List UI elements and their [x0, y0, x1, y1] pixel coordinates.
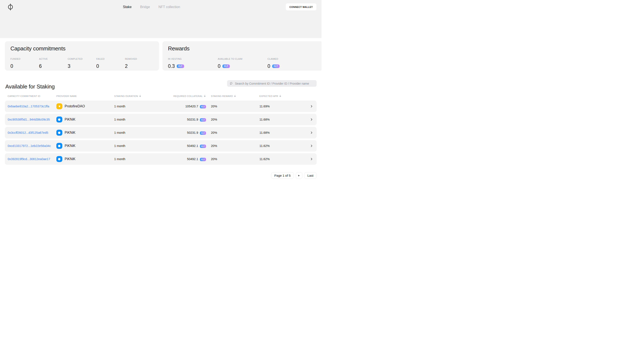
staking-reward: 20%: [211, 131, 260, 134]
rewards-card: Rewards IN VESTING 0.3 FLT AVAILABLE TO …: [162, 41, 322, 70]
required-collateral: 50492.1: [156, 144, 198, 148]
stat-available-to-claim-value: 0 FLT: [218, 63, 268, 69]
expected-apr: 11.69%: [260, 104, 308, 108]
chevron-right-icon[interactable]: [310, 158, 313, 160]
capacity-commitments-card: Capacity commitments FUNDED 0 ACTIVE 6 C…: [5, 41, 159, 70]
required-collateral: 50231.9: [156, 118, 198, 121]
stat-claimed-label: CLAIMED: [268, 58, 317, 60]
rewards-stats: IN VESTING 0.3 FLT AVAILABLE TO CLAIM 0 …: [168, 58, 317, 69]
flt-token-badge: FLT: [200, 118, 206, 122]
sort-desc-icon[interactable]: [234, 95, 236, 97]
fluence-logo-phi-icon[interactable]: [8, 4, 13, 10]
chevron-right-icon[interactable]: [310, 132, 313, 134]
claimed-amount: 0: [268, 63, 270, 69]
flt-token-badge: FLT: [200, 105, 206, 108]
stat-active: ACTIVE 6: [39, 58, 68, 69]
logo-ring: [8, 5, 13, 9]
protofire-avatar: [56, 103, 62, 109]
header-staking-reward[interactable]: STAKING REWARD: [211, 95, 260, 98]
sort-desc-icon[interactable]: [279, 95, 281, 97]
flt-token-badge: FLT: [200, 132, 206, 135]
stat-completed-label: COMPLETED: [68, 58, 96, 60]
provider-name: PiKNiK: [65, 157, 76, 161]
header-expected-apr[interactable]: EXPECTED APR: [260, 95, 313, 98]
staking-duration: 1 month: [114, 118, 156, 121]
required-collateral: 50492.1: [156, 157, 198, 161]
expected-apr: 11.62%: [260, 144, 308, 148]
header-provider-name: PROVIDER NAME: [56, 95, 114, 98]
provider-name: PiKNiK: [65, 131, 76, 134]
available-amount: 0: [218, 63, 220, 69]
flt-token-badge: FLT: [200, 158, 206, 161]
provider-name: ProtofireDAO: [65, 104, 85, 108]
staking-reward: 20%: [211, 118, 260, 121]
tab-stake[interactable]: Stake: [123, 5, 132, 9]
rewards-title: Rewards: [168, 45, 317, 52]
stat-in-vesting: IN VESTING 0.3 FLT: [168, 58, 218, 69]
staking-reward: 20%: [211, 144, 260, 148]
commitment-id-link[interactable]: 0x3ccff26012...d3f125a67ed5: [8, 131, 48, 134]
piknik-avatar: [56, 130, 62, 136]
header-required-collateral[interactable]: REQUIRED COLLATERAL: [156, 95, 206, 98]
flt-token-badge: FLT: [177, 64, 184, 68]
top-navigation: Stake Bridge NFT collection CONNECT WALL…: [0, 0, 322, 14]
sort-desc-icon[interactable]: [204, 95, 206, 97]
capacity-stats: FUNDED 0 ACTIVE 6 COMPLETED 3 FAILED 0 R…: [10, 58, 154, 69]
chevron-right-icon[interactable]: [310, 105, 313, 108]
search-input[interactable]: [235, 82, 314, 85]
tab-bridge[interactable]: Bridge: [140, 5, 150, 9]
next-page-button[interactable]: [296, 172, 302, 179]
table-header: CAPACITY COMMITMENT ID PROVIDER NAME STA…: [5, 94, 316, 98]
staking-duration: 1 month: [114, 157, 156, 161]
header-staking-duration[interactable]: STAKING DURATION: [114, 95, 156, 98]
piknik-avatar: [56, 116, 62, 122]
stat-active-value: 6: [39, 63, 68, 69]
tab-nft-collection[interactable]: NFT collection: [158, 5, 180, 9]
staking-reward: 20%: [211, 157, 260, 161]
staking-duration: 1 month: [114, 104, 156, 108]
required-collateral: 50231.9: [156, 131, 198, 134]
last-page-button[interactable]: Last: [304, 172, 316, 179]
stat-claimed: CLAIMED 0 FLT: [268, 58, 317, 69]
stat-failed-value: 0: [96, 63, 125, 69]
header-staking-duration-label: STAKING DURATION: [114, 95, 138, 98]
stat-removed: REMOVED 2: [125, 58, 154, 69]
stat-available-to-claim-label: AVAILABLE TO CLAIM: [218, 58, 268, 60]
commitment-id-link[interactable]: 0x392819f9cd...30812ea0ae17: [8, 157, 50, 161]
table-row[interactable]: 0xcd13317972...1eb22e56a34c PiKNiK 1 mon…: [5, 140, 316, 152]
connect-wallet-button[interactable]: CONNECT WALLET: [286, 4, 316, 10]
nav-tabs: Stake Bridge NFT collection: [123, 0, 180, 14]
stat-funded: FUNDED 0: [10, 58, 39, 69]
header-expected-apr-label: EXPECTED APR: [260, 95, 278, 98]
staking-duration: 1 month: [114, 131, 156, 134]
provider-name: PiKNiK: [65, 118, 76, 122]
stat-completed-value: 3: [68, 63, 96, 69]
table-row[interactable]: 0x392819f9cd...30812ea0ae17 PiKNiK 1 mon…: [5, 153, 316, 165]
available-for-staking-title: Available for Staking: [5, 83, 55, 90]
table-row[interactable]: 0x6aebe810a2...1705373c1ffa ProtofireDAO…: [5, 100, 316, 112]
stat-removed-value: 2: [125, 63, 154, 69]
page-indicator-button[interactable]: Page 1 of 5: [271, 172, 294, 179]
staking-search-box[interactable]: [227, 80, 316, 87]
stat-in-vesting-label: IN VESTING: [168, 58, 218, 60]
commitment-id-link[interactable]: 0xc90538f5d1...944d38c09c35: [8, 118, 50, 121]
required-collateral: 105420.7: [156, 104, 198, 108]
table-row[interactable]: 0xc90538f5d1...944d38c09c35 PiKNiK 1 mon…: [5, 114, 316, 125]
header-capacity-commitment-id: CAPACITY COMMITMENT ID: [8, 95, 56, 98]
sort-desc-icon[interactable]: [139, 95, 141, 97]
flt-token-badge: FLT: [200, 144, 206, 148]
commitment-id-link[interactable]: 0xcd13317972...1eb22e56a34c: [8, 144, 51, 148]
chevron-right-icon[interactable]: [310, 144, 313, 147]
commitment-id-link[interactable]: 0x6aebe810a2...1705373c1ffa: [8, 104, 49, 108]
stat-in-vesting-value: 0.3 FLT: [168, 63, 218, 69]
chevron-right-icon[interactable]: [310, 118, 313, 121]
protofire-logo-icon: [58, 105, 61, 108]
staking-reward: 20%: [211, 104, 260, 108]
expected-apr: 11.62%: [260, 157, 308, 161]
table-row[interactable]: 0x3ccff26012...d3f125a67ed5 PiKNiK 1 mon…: [5, 127, 316, 138]
flt-token-badge: FLT: [222, 64, 230, 68]
stat-claimed-value: 0 FLT: [268, 63, 317, 69]
stat-completed: COMPLETED 3: [68, 58, 96, 69]
expected-apr: 11.68%: [260, 118, 308, 121]
provider-name: PiKNiK: [65, 144, 76, 148]
